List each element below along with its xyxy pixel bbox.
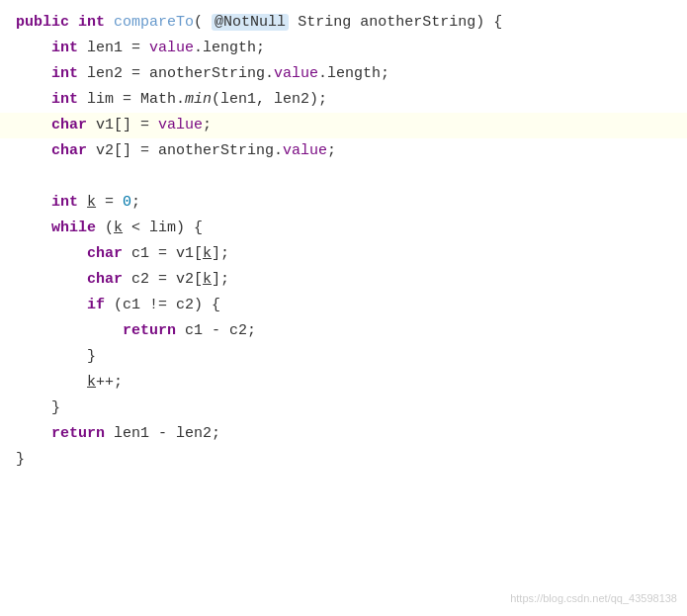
code-line-13: return c1 - c2; bbox=[0, 318, 687, 344]
code-line-3: int len2 = anotherString.value.length; bbox=[0, 61, 687, 87]
code-line-1: public int compareTo( @NotNull String an… bbox=[0, 10, 687, 36]
code-line-10: char c1 = v1[k]; bbox=[0, 241, 687, 267]
code-line-8: int k = 0; bbox=[0, 190, 687, 216]
watermark: https://blog.csdn.net/qq_43598138 bbox=[510, 590, 677, 608]
code-line-2: int len1 = value.length; bbox=[0, 36, 687, 61]
code-line-4: int lim = Math.min(len1, len2); bbox=[0, 87, 687, 113]
code-line-18: } bbox=[0, 447, 687, 473]
code-line-16: } bbox=[0, 396, 687, 421]
code-line-17: return len1 - len2; bbox=[0, 421, 687, 447]
code-line-12: if (c1 != c2) { bbox=[0, 293, 687, 318]
code-line-14: } bbox=[0, 344, 687, 370]
code-line-9: while (k < lim) { bbox=[0, 216, 687, 241]
code-line-7 bbox=[0, 164, 687, 190]
code-line-5: char v1[] = value; bbox=[0, 113, 687, 138]
code-viewer: public int compareTo( @NotNull String an… bbox=[0, 0, 687, 616]
code-line-11: char c2 = v2[k]; bbox=[0, 267, 687, 293]
code-line-15: k++; bbox=[0, 370, 687, 396]
code-line-6: char v2[] = anotherString.value; bbox=[0, 138, 687, 164]
